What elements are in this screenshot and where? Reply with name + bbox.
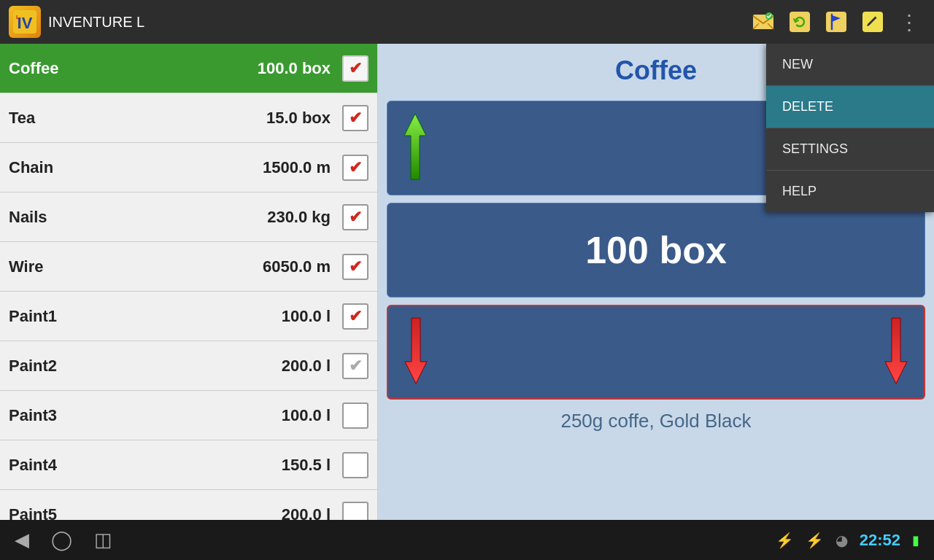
refresh-topbar-icon[interactable]: [784, 6, 816, 38]
list-item-value: 150.5 l: [282, 456, 331, 475]
battery-icon: ▮: [912, 532, 919, 548]
list-item-checkbox[interactable]: ✔: [342, 55, 368, 82]
arrow-down-right-icon[interactable]: [881, 314, 911, 390]
list-item[interactable]: Tea15.0 box✔: [0, 93, 377, 143]
checkmark-icon: ✔: [349, 160, 362, 176]
list-item-value: 15.0 box: [266, 109, 331, 128]
svg-text:L: L: [16, 14, 20, 20]
checkmark-icon: ✔: [349, 110, 362, 126]
list-item-checkbox[interactable]: [342, 402, 368, 429]
menu-item-help[interactable]: HELP: [766, 171, 934, 212]
list-item[interactable]: Chain1500.0 m✔: [0, 143, 377, 192]
checkmark-icon: ✔: [349, 308, 362, 324]
list-item[interactable]: Wire6050.0 m✔: [0, 242, 377, 292]
list-item-checkbox[interactable]: [342, 502, 368, 521]
list-item-name: Coffee: [9, 59, 258, 78]
list-item-name: Chain: [9, 158, 263, 177]
email-topbar-icon[interactable]: [747, 6, 779, 38]
list-item-value: 6050.0 m: [263, 257, 331, 276]
list-item-name: Paint1: [9, 307, 282, 326]
list-item-value: 230.0 kg: [267, 208, 331, 227]
topbar-actions: ⋮: [747, 6, 925, 38]
list-item-checkbox[interactable]: ✔: [342, 254, 368, 280]
detail-value: 100 box: [585, 228, 727, 272]
back-nav-icon[interactable]: ◀: [15, 529, 29, 551]
list-item[interactable]: Paint5200.0 l: [0, 490, 377, 520]
list-item-checkbox[interactable]: ✔: [342, 204, 368, 230]
svg-marker-9: [405, 318, 427, 384]
app-title: INVENTURE L: [48, 14, 747, 31]
edit-topbar-icon[interactable]: [857, 6, 889, 38]
list-item-checkbox[interactable]: ✔: [342, 353, 368, 379]
checkmark-icon: ✔: [349, 209, 362, 225]
context-menu: NEWDELETESETTINGSHELP: [766, 44, 934, 212]
signal-icon: ◕: [835, 532, 848, 549]
home-nav-icon[interactable]: ◯: [51, 529, 72, 551]
list-item[interactable]: Paint1100.0 l✔: [0, 292, 377, 341]
menu-item-settings[interactable]: SETTINGS: [766, 128, 934, 171]
list-item[interactable]: Coffee100.0 box✔: [0, 44, 377, 93]
bottombar: ◀ ◯ ◫ ⚡ ⚡ ◕ 22:52 ▮: [0, 520, 934, 560]
list-item-name: Paint5: [9, 505, 282, 521]
arrow-down-left-icon[interactable]: [401, 314, 431, 390]
status-icons: ⚡ ⚡ ◕ 22:52 ▮: [776, 531, 919, 550]
list-item[interactable]: Nails230.0 kg✔: [0, 192, 377, 242]
arrow-up-icon[interactable]: [401, 110, 430, 186]
checkmark-icon: ✔: [349, 61, 362, 77]
svg-rect-5: [790, 12, 810, 32]
list-item[interactable]: Paint3100.0 l: [0, 391, 377, 440]
list-item-value: 100.0 l: [282, 406, 331, 425]
svg-rect-6: [826, 12, 846, 32]
list-item-value: 200.0 l: [282, 357, 331, 376]
svg-marker-8: [404, 114, 426, 179]
detail-middle-box[interactable]: 100 box: [387, 203, 925, 298]
list-item-name: Paint4: [9, 456, 282, 475]
list-item-value: 1500.0 m: [263, 158, 331, 177]
list-item-checkbox[interactable]: ✔: [342, 155, 368, 181]
list-item-name: Wire: [9, 257, 263, 276]
list-item[interactable]: Paint4150.5 l: [0, 440, 377, 490]
menu-item-delete[interactable]: DELETE: [766, 86, 934, 128]
more-topbar-icon[interactable]: ⋮: [893, 6, 925, 38]
list-item-value: 200.0 l: [282, 505, 331, 521]
list-item-name: Nails: [9, 208, 267, 227]
recents-nav-icon[interactable]: ◫: [94, 529, 112, 551]
list-item-value: 100.0 box: [258, 59, 331, 78]
detail-bottom-box[interactable]: [387, 305, 925, 400]
list-item-checkbox[interactable]: ✔: [342, 105, 368, 131]
list-item-name: Paint3: [9, 406, 282, 425]
list-item-value: 100.0 l: [282, 307, 331, 326]
list-item[interactable]: Paint2200.0 l✔: [0, 341, 377, 391]
checkmark-icon: ✔: [349, 259, 362, 275]
list-item-name: Tea: [9, 109, 266, 128]
list-item-checkbox[interactable]: [342, 452, 368, 478]
clock: 22:52: [860, 531, 900, 550]
list-item-name: Paint2: [9, 357, 282, 376]
checkmark-icon: ✔: [349, 358, 362, 374]
svg-marker-10: [885, 318, 907, 384]
detail-description: 250g coffe, Gold Black: [387, 407, 925, 435]
list-panel: Coffee100.0 box✔Tea15.0 box✔Chain1500.0 …: [0, 44, 378, 520]
nav-icons: ◀ ◯ ◫: [15, 529, 112, 551]
flag-topbar-icon[interactable]: [820, 6, 852, 38]
usb2-icon: ⚡: [806, 532, 824, 549]
list-item-checkbox[interactable]: ✔: [342, 303, 368, 330]
main: Coffee100.0 box✔Tea15.0 box✔Chain1500.0 …: [0, 44, 934, 520]
usb-icon: ⚡: [776, 532, 794, 549]
app-logo: IV L: [9, 6, 41, 38]
menu-item-new[interactable]: NEW: [766, 44, 934, 86]
topbar: IV L INVENTURE L: [0, 0, 934, 44]
